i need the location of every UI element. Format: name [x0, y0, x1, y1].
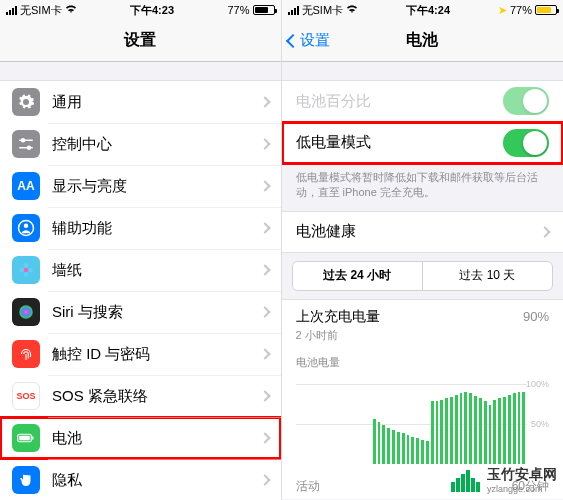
cell-label: 电池健康 — [296, 222, 542, 241]
watermark: 玉竹安卓网 yzlangge.com — [451, 466, 557, 494]
settings-row-sos[interactable]: SOSSOS 紧急联络 — [0, 375, 281, 417]
svg-rect-14 — [19, 436, 30, 441]
settings-row-wallpaper[interactable]: 墙纸 — [0, 249, 281, 291]
svg-point-10 — [19, 268, 24, 273]
low-power-arrow-icon: ➤ — [498, 4, 507, 17]
back-button[interactable]: 设置 — [288, 31, 330, 50]
chevron-right-icon — [259, 432, 270, 443]
tab-last-10d[interactable]: 过去 10 天 — [422, 262, 552, 290]
settings-row-privacy[interactable]: 隐私 — [0, 459, 281, 500]
chart-bar — [373, 419, 376, 464]
settings-row-control[interactable]: 控制中心 — [0, 123, 281, 165]
chart-bar — [421, 440, 424, 464]
chevron-right-icon — [259, 306, 270, 317]
battery-chart-section: 上次充电电量 90% 2 小时前 电池电量 100% 50% — [282, 299, 564, 470]
row-label: 墙纸 — [52, 261, 261, 280]
chart-bar — [436, 401, 439, 463]
battery-icon — [535, 5, 557, 15]
touchid-icon — [12, 340, 40, 368]
chart-bar — [493, 400, 496, 464]
last-charge-subtitle: 2 小时前 — [296, 328, 550, 343]
row-label: 显示与亮度 — [52, 177, 261, 196]
svg-point-6 — [24, 268, 29, 273]
battery-health-cell[interactable]: 电池健康 — [282, 211, 564, 253]
chart-bar — [489, 405, 492, 464]
general-icon — [12, 88, 40, 116]
battery-percentage-switch[interactable] — [503, 87, 549, 115]
chart-bar — [508, 395, 511, 464]
low-power-mode-switch[interactable] — [503, 129, 549, 157]
activity-label: 活动 — [296, 478, 320, 495]
battery-icon — [253, 5, 275, 15]
settings-row-siri[interactable]: Siri 与搜索 — [0, 291, 281, 333]
settings-row-general[interactable]: 通用 — [0, 81, 281, 123]
settings-group-main: 通用控制中心AA显示与亮度辅助功能墙纸Siri 与搜索触控 ID 与密码SOSS… — [0, 80, 281, 500]
signal-icon — [6, 6, 17, 15]
battery-percentage-cell[interactable]: 电池百分比 — [282, 80, 564, 122]
chart-ylabel-50: 50% — [531, 419, 549, 429]
chart-bar — [440, 400, 443, 464]
chart-bar — [445, 398, 448, 464]
battery-screen: 无SIM卡 下午4:24 ➤ 77% 设置 电池 电池百分比 — [282, 0, 564, 500]
carrier-text: 无SIM卡 — [302, 3, 344, 18]
settings-screen: 无SIM卡 下午4:23 77% 设置 通用控制中心AA显示与亮度辅助功能墙纸S… — [0, 0, 282, 500]
page-title: 设置 — [124, 30, 156, 51]
chart-bar — [431, 401, 434, 463]
chart-bar — [378, 422, 381, 464]
chart-bar — [416, 438, 419, 464]
chart-bar — [382, 425, 385, 463]
chevron-right-icon — [539, 226, 550, 237]
chevron-right-icon — [259, 180, 270, 191]
accessibility-icon — [12, 214, 40, 242]
chart-bar — [513, 393, 516, 463]
cell-label: 电池百分比 — [296, 92, 504, 111]
signal-icon — [288, 6, 299, 15]
settings-row-display[interactable]: AA显示与亮度 — [0, 165, 281, 207]
chart-bar — [503, 397, 506, 464]
last-charge-title: 上次充电电量 — [296, 308, 380, 326]
nav-bar: 设置 电池 — [282, 20, 564, 62]
wifi-icon — [346, 4, 358, 16]
chart-bar — [397, 432, 400, 464]
settings-row-battery[interactable]: 电池 — [0, 417, 281, 459]
battery-icon — [12, 424, 40, 452]
chart-bar — [484, 401, 487, 463]
chart-bar — [479, 398, 482, 464]
settings-row-touchid[interactable]: 触控 ID 与密码 — [0, 333, 281, 375]
nav-bar: 设置 — [0, 20, 281, 62]
chevron-right-icon — [259, 264, 270, 275]
low-power-mode-cell[interactable]: 低电量模式 — [282, 122, 564, 164]
settings-row-accessibility[interactable]: 辅助功能 — [0, 207, 281, 249]
chart-bar — [387, 428, 390, 464]
chart-ylabel-100: 100% — [526, 379, 549, 389]
control-icon — [12, 130, 40, 158]
cell-label: 低电量模式 — [296, 133, 504, 152]
sos-icon: SOS — [12, 382, 40, 410]
privacy-icon — [12, 466, 40, 494]
page-title: 电池 — [406, 30, 438, 51]
clock: 下午4:23 — [130, 3, 174, 18]
chart-bar — [460, 393, 463, 463]
status-bar: 无SIM卡 下午4:23 77% — [0, 0, 281, 20]
display-icon: AA — [12, 172, 40, 200]
chart-bar — [450, 397, 453, 464]
wifi-icon — [65, 4, 77, 16]
wallpaper-icon — [12, 256, 40, 284]
chart-bar — [474, 396, 477, 464]
chart-bar — [455, 395, 458, 464]
row-label: 隐私 — [52, 471, 261, 490]
row-label: 控制中心 — [52, 135, 261, 154]
chevron-right-icon — [259, 138, 270, 149]
chevron-left-icon — [285, 33, 299, 47]
chart-title: 电池电量 — [296, 355, 550, 370]
clock: 下午4:24 — [406, 3, 450, 18]
row-label: 通用 — [52, 93, 261, 112]
chevron-right-icon — [259, 390, 270, 401]
chart-bar — [464, 392, 467, 464]
last-charge-pct: 90% — [523, 309, 549, 324]
usage-segmented-control[interactable]: 过去 24 小时 过去 10 天 — [292, 261, 554, 291]
battery-level-chart: 100% 50% — [296, 384, 550, 464]
low-power-footnote: 低电量模式将暂时降低如下载和邮件获取等后台活动，直至 iPhone 完全充电。 — [282, 164, 564, 211]
tab-last-24h[interactable]: 过去 24 小时 — [293, 262, 422, 290]
chart-bar — [402, 433, 405, 463]
